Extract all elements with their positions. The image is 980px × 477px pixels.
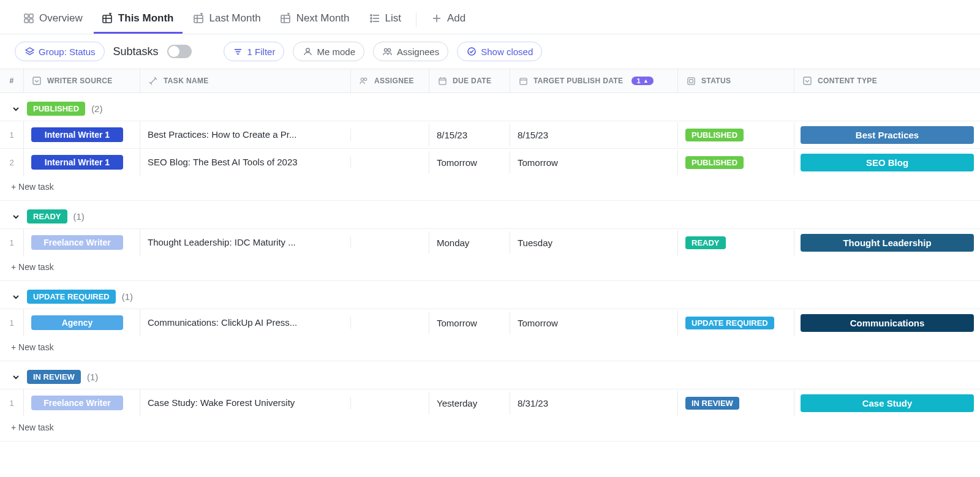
svg-point-27: [388, 48, 391, 51]
writer-source-cell[interactable]: Freelance Writer: [23, 389, 140, 416]
subtasks-label: Subtasks: [113, 45, 159, 58]
show-closed-pill[interactable]: Show closed: [457, 42, 542, 61]
add-view-label: Add: [447, 12, 466, 24]
group-count: (1): [122, 291, 133, 302]
svg-rect-38: [687, 77, 694, 84]
content-type-cell[interactable]: Communications: [794, 310, 980, 336]
group-status-tag[interactable]: IN REVIEW: [27, 370, 81, 384]
sort-indicator[interactable]: 1 ▲: [631, 77, 654, 85]
due-date-cell[interactable]: 8/15/23: [429, 124, 510, 146]
target-publish-cell[interactable]: 8/15/23: [510, 124, 677, 146]
col-status[interactable]: STATUS: [677, 69, 794, 92]
content-type-cell[interactable]: Case Study: [794, 391, 980, 416]
view-tabs: Overview This Month Last Month Next Mont…: [0, 0, 980, 34]
group-pill[interactable]: Group: Status: [15, 42, 105, 61]
svg-rect-10: [281, 15, 290, 23]
table-row[interactable]: 2Internal Writer 1SEO Blog: The Best AI …: [0, 148, 980, 176]
me-mode-pill[interactable]: Me mode: [293, 42, 364, 61]
group-status-tag[interactable]: READY: [27, 209, 67, 223]
task-name-cell[interactable]: SEO Blog: The Best AI Tools of 2023: [140, 149, 350, 176]
chevron-down-icon[interactable]: [11, 104, 21, 114]
svg-rect-40: [804, 77, 811, 85]
target-publish-cell[interactable]: Tuesday: [510, 231, 677, 254]
status-cell[interactable]: PUBLISHED: [677, 122, 794, 148]
table-row[interactable]: 1Freelance WriterThought Leadership: IDC…: [0, 228, 980, 256]
assignee-cell[interactable]: [350, 236, 429, 249]
calendar-icon: [518, 75, 529, 86]
assignee-cell[interactable]: [350, 129, 429, 141]
table-row[interactable]: 1Internal Writer 1Best Practices: How to…: [0, 121, 980, 148]
svg-rect-2: [24, 19, 28, 23]
assignee-cell[interactable]: [350, 317, 429, 329]
assignee-cell[interactable]: [350, 156, 429, 168]
filter-pill[interactable]: 1 Filter: [224, 42, 285, 61]
due-date-cell[interactable]: Tomorrow: [429, 151, 510, 174]
chevron-down-icon[interactable]: [11, 372, 21, 382]
status-cell[interactable]: UPDATE REQUIRED: [677, 310, 794, 336]
status-cell[interactable]: PUBLISHED: [677, 150, 794, 175]
task-name-cell[interactable]: Communications: ClickUp AI Press...: [140, 309, 350, 336]
content-type-cell[interactable]: Best Practices: [794, 122, 980, 148]
table-row[interactable]: 1AgencyCommunications: ClickUp AI Press.…: [0, 309, 980, 336]
group-status-tag[interactable]: UPDATE REQUIRED: [27, 290, 116, 304]
row-number: 1: [0, 124, 23, 146]
content-type-badge: Case Study: [801, 394, 974, 412]
status-icon: [685, 75, 696, 86]
col-target-publish[interactable]: TARGET PUBLISH DATE 1 ▲: [510, 69, 677, 92]
col-number[interactable]: #: [0, 70, 23, 91]
col-content-type[interactable]: CONTENT TYPE: [794, 69, 980, 92]
calendar-icon: [437, 75, 448, 86]
assignees-label: Assignees: [397, 47, 439, 57]
svg-rect-32: [439, 78, 445, 84]
due-date-cell[interactable]: Tomorrow: [429, 312, 510, 334]
tab-list[interactable]: List: [361, 5, 410, 34]
new-task-button[interactable]: + New task: [0, 416, 980, 441]
content-type-badge: Communications: [801, 314, 974, 332]
task-name-cell[interactable]: Best Practices: How to Create a Pr...: [140, 121, 350, 148]
assignees-pill[interactable]: Assignees: [373, 42, 448, 61]
chevron-down-icon[interactable]: [11, 292, 21, 302]
status-cell[interactable]: IN REVIEW: [677, 391, 794, 416]
table-pin-icon: [194, 13, 205, 24]
col-due-date[interactable]: DUE DATE: [429, 69, 510, 92]
new-task-button[interactable]: + New task: [0, 336, 980, 361]
add-view-button[interactable]: Add: [423, 5, 474, 34]
status-cell[interactable]: READY: [677, 230, 794, 255]
svg-rect-0: [24, 14, 28, 18]
writer-source-cell[interactable]: Agency: [23, 309, 140, 336]
content-type-cell[interactable]: SEO Blog: [794, 150, 980, 175]
col-assignee[interactable]: ASSIGNEE: [350, 69, 429, 92]
row-number: 1: [0, 312, 23, 334]
svg-rect-39: [689, 79, 693, 83]
list-icon: [369, 13, 380, 24]
chevron-down-icon[interactable]: [11, 212, 21, 222]
target-publish-cell[interactable]: Tomorrow: [510, 312, 677, 334]
new-task-button[interactable]: + New task: [0, 176, 980, 201]
assignee-cell[interactable]: [350, 397, 429, 409]
tab-overview[interactable]: Overview: [15, 5, 91, 34]
target-publish-cell[interactable]: Tomorrow: [510, 151, 677, 174]
writer-source-badge: Internal Writer 1: [31, 155, 123, 170]
task-name-cell[interactable]: Thought Leadership: IDC Maturity ...: [140, 229, 350, 256]
table-pin-icon: [281, 13, 292, 24]
writer-source-cell[interactable]: Freelance Writer: [23, 229, 140, 256]
task-name-cell[interactable]: Case Study: Wake Forest University: [140, 389, 350, 416]
writer-source-badge: Freelance Writer: [31, 235, 123, 250]
content-type-cell[interactable]: Thought Leadership: [794, 230, 980, 255]
due-date-cell[interactable]: Monday: [429, 231, 510, 254]
tab-last-month[interactable]: Last Month: [185, 5, 270, 34]
due-date-cell[interactable]: Yesterday: [429, 392, 510, 415]
tab-next-month[interactable]: Next Month: [272, 5, 358, 34]
new-task-button[interactable]: + New task: [0, 256, 980, 281]
target-publish-cell[interactable]: 8/31/23: [510, 392, 677, 415]
table-row[interactable]: 1Freelance WriterCase Study: Wake Forest…: [0, 389, 980, 416]
grid-icon: [23, 13, 34, 24]
col-task-name[interactable]: TASK NAME: [140, 69, 350, 92]
group-status-tag[interactable]: PUBLISHED: [27, 102, 85, 116]
subtasks-toggle[interactable]: [167, 45, 192, 58]
writer-source-cell[interactable]: Internal Writer 1: [23, 149, 140, 176]
status-badge: READY: [685, 236, 726, 249]
writer-source-cell[interactable]: Internal Writer 1: [23, 121, 140, 148]
col-writer-source[interactable]: WRITER SOURCE: [23, 69, 140, 92]
tab-this-month[interactable]: This Month: [94, 5, 183, 34]
